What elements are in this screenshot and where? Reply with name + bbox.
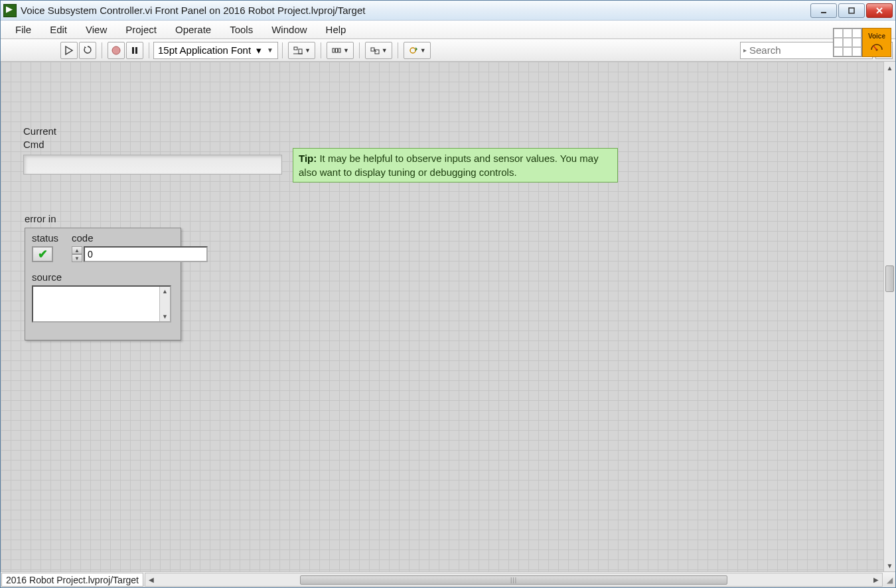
spinner-up-icon[interactable]: ▲ [72, 246, 82, 254]
gauge-icon [869, 40, 884, 52]
resize-objects-button[interactable]: ▼ [365, 42, 392, 59]
menu-edit[interactable]: Edit [40, 21, 76, 38]
dropdown-arrow-icon: ▼ [382, 47, 388, 54]
svg-rect-11 [335, 48, 337, 52]
toolbar: 15pt Application Font ▾ ▼ ▼ ▼ ▼ [1, 39, 895, 62]
abort-icon [111, 45, 121, 56]
code-spinner[interactable]: ▲ ▼ [72, 246, 82, 262]
app-icon [3, 4, 17, 17]
run-continuous-button[interactable] [79, 42, 96, 59]
scroll-right-icon[interactable]: ▶ [870, 576, 882, 583]
window-title: Voice Subsystem Controller.vi Front Pane… [21, 5, 810, 16]
project-path-cell: 2016 Robot Project.lvproj/Target [1, 573, 143, 587]
maximize-icon [846, 5, 857, 16]
font-selector[interactable]: 15pt Application Font ▾ ▼ [153, 42, 278, 59]
dropdown-arrow-icon: ▼ [420, 47, 426, 54]
menu-project[interactable]: Project [116, 21, 166, 38]
tip-bold: Tip: [299, 153, 317, 164]
status-indicator[interactable]: ✔ [32, 246, 53, 262]
code-label: code [72, 232, 208, 244]
app-window: Voice Subsystem Controller.vi Front Pane… [0, 0, 896, 588]
current-cmd-label: Current Cmd [23, 125, 56, 151]
distribute-icon [331, 45, 342, 56]
hscroll-thumb[interactable] [300, 575, 727, 585]
current-cmd-indicator[interactable] [23, 155, 282, 175]
pause-icon [129, 45, 140, 56]
vertical-scrollbar[interactable]: ▲ ▼ [883, 62, 895, 571]
scroll-up-icon: ▲ [162, 288, 168, 295]
font-menu-arrow-1: ▾ [256, 44, 261, 56]
align-button[interactable]: ▼ [288, 42, 315, 59]
window-controls [810, 3, 893, 18]
svg-rect-5 [132, 47, 134, 54]
svg-rect-6 [135, 47, 137, 54]
source-scrollbar[interactable]: ▲ ▼ [159, 287, 170, 321]
tip-box: Tip: It may be helpful to observe inputs… [293, 148, 618, 183]
dropdown-arrow-icon: ▼ [305, 47, 311, 54]
scroll-down-icon[interactable]: ▼ [884, 559, 895, 571]
error-in-label: error in [25, 213, 56, 224]
run-button[interactable] [60, 42, 78, 59]
connector-pane[interactable] [833, 28, 862, 57]
menu-help[interactable]: Help [317, 21, 356, 38]
resize-grip[interactable]: ◢ [883, 572, 895, 587]
svg-line-17 [873, 46, 877, 50]
menu-bar: File Edit View Project Operate Tools Win… [1, 21, 895, 39]
svg-rect-10 [333, 48, 335, 52]
run-arrow-icon [64, 45, 74, 56]
vi-icon[interactable]: Voice [862, 28, 891, 57]
scroll-left-icon[interactable]: ◀ [145, 576, 157, 583]
code-input[interactable] [84, 246, 208, 262]
source-label: source [32, 271, 174, 283]
svg-rect-1 [849, 8, 854, 13]
scroll-up-icon[interactable]: ▲ [884, 62, 895, 74]
menu-file[interactable]: File [6, 21, 40, 38]
reorder-icon [408, 45, 419, 56]
svg-point-4 [112, 46, 120, 54]
scroll-thumb[interactable] [885, 265, 894, 292]
spinner-down-icon[interactable]: ▼ [72, 254, 82, 262]
minimize-icon [818, 5, 829, 16]
abort-button[interactable] [108, 42, 125, 59]
svg-rect-14 [375, 50, 379, 54]
vi-icon-label: Voice [868, 33, 885, 40]
svg-point-15 [410, 48, 415, 53]
front-panel-canvas[interactable]: Current Cmd Tip: It may be helpful to ob… [1, 62, 895, 571]
menu-view[interactable]: View [76, 21, 116, 38]
menu-operate[interactable]: Operate [166, 21, 220, 38]
align-icon [293, 45, 303, 56]
menu-window[interactable]: Window [262, 21, 316, 38]
svg-rect-12 [338, 48, 340, 52]
tip-text: It may be helpful to observe inputs and … [299, 153, 599, 178]
close-button[interactable] [866, 3, 893, 18]
scroll-down-icon: ▼ [162, 313, 168, 320]
menu-tools[interactable]: Tools [220, 21, 262, 38]
svg-rect-7 [294, 47, 297, 50]
run-continuous-icon [82, 45, 93, 56]
font-menu-arrow-2: ▼ [267, 46, 273, 54]
status-check-icon: ✔ [38, 247, 48, 261]
source-textbox[interactable]: ▲ ▼ [32, 285, 171, 323]
font-label: 15pt Application Font [158, 44, 251, 56]
status-bar: 2016 Robot Project.lvproj/Target ◀ ▶ ◢ [1, 571, 895, 587]
resize-icon [370, 45, 380, 56]
svg-rect-8 [299, 49, 302, 54]
reorder-button[interactable]: ▼ [404, 42, 431, 59]
title-bar[interactable]: Voice Subsystem Controller.vi Front Pane… [1, 1, 895, 21]
close-icon [874, 5, 885, 16]
horizontal-scrollbar[interactable]: ◀ ▶ [145, 573, 883, 587]
minimize-button[interactable] [810, 3, 837, 18]
vi-icon-area: Voice [833, 27, 891, 58]
maximize-button[interactable] [838, 3, 865, 18]
pause-button[interactable] [126, 42, 143, 59]
status-label: status [32, 232, 58, 244]
error-in-cluster[interactable]: status ✔ code ▲ ▼ source [25, 228, 181, 340]
dropdown-arrow-icon: ▼ [343, 47, 349, 54]
distribute-button[interactable]: ▼ [327, 42, 354, 59]
search-menu-arrow[interactable]: ▸ [743, 46, 747, 54]
